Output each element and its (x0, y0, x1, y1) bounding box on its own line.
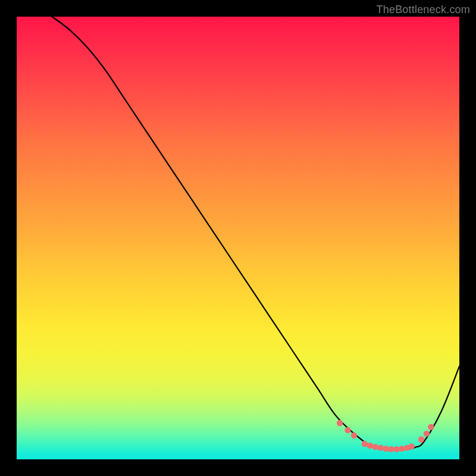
curve-markers (337, 420, 434, 452)
curve-marker (408, 443, 414, 449)
curve-marker (351, 433, 357, 439)
curve-marker (428, 424, 434, 430)
bottleneck-curve (52, 17, 459, 450)
curve-marker (388, 446, 394, 452)
plot-area (17, 17, 459, 459)
chart-svg (17, 17, 459, 459)
curve-marker (337, 420, 343, 426)
watermark-text: TheBottleneck.com (377, 4, 470, 16)
curve-marker (418, 436, 424, 442)
chart-stage: TheBottleneck.com (0, 0, 476, 476)
curve-marker (345, 427, 350, 433)
curve-marker (424, 431, 430, 437)
curve-marker (372, 444, 378, 450)
curve-marker (383, 446, 389, 452)
curve-marker (377, 444, 383, 450)
curve-marker (362, 441, 368, 447)
curve-marker (393, 446, 399, 452)
curve-marker (399, 446, 405, 452)
curve-marker (367, 443, 373, 449)
